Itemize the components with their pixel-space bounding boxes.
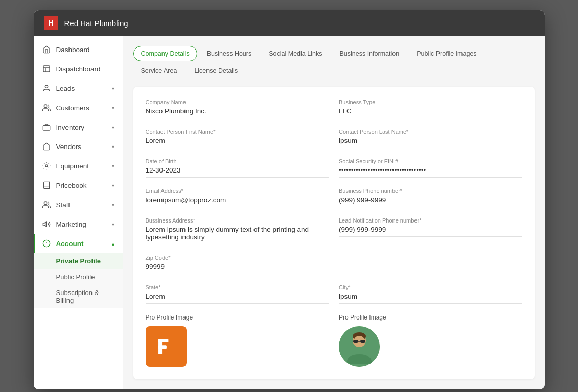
state-label: State* xyxy=(146,284,329,290)
sidebar-item-inventory[interactable]: Inventory ▾ xyxy=(34,117,123,137)
account-icon xyxy=(42,239,51,248)
sidebar-label-marketing: Marketing xyxy=(56,220,86,228)
state-value: Lorem xyxy=(146,292,329,304)
profile-image-person xyxy=(339,326,380,367)
staff-chevron: ▾ xyxy=(112,202,114,208)
active-indicator xyxy=(34,234,35,253)
sidebar-item-dispatchboard[interactable]: Dispatchboard xyxy=(34,59,123,79)
equipment-icon xyxy=(42,161,51,170)
tab-business-hours[interactable]: Business Hours xyxy=(199,46,260,61)
sidebar-item-equipment[interactable]: Equipment ▾ xyxy=(34,156,123,176)
company-name-label: Company Name xyxy=(146,99,329,105)
sidebar: Dashboard Dispatchboard Leads xyxy=(34,36,123,389)
tab-navigation: Company Details Business Hours Social Me… xyxy=(133,46,535,79)
business-address-label: Bussiness Address* xyxy=(146,217,329,224)
sidebar-subitem-subscription-billing[interactable]: Subscription & Billing xyxy=(34,285,123,308)
dispatch-icon xyxy=(42,64,51,74)
form-row-2: Contact Person First Name* Lorem Contact… xyxy=(146,129,522,148)
business-type-label: Business Type xyxy=(339,99,522,105)
sidebar-item-pricebook[interactable]: Pricebook ▾ xyxy=(34,176,123,195)
ssn-value: •••••••••••••••••••••••••••••••••••• xyxy=(339,166,522,178)
customers-chevron: ▾ xyxy=(112,105,114,111)
vendors-icon xyxy=(42,142,51,151)
svg-rect-5 xyxy=(43,126,50,130)
profile-images-section: Pro Profile Image xyxy=(146,314,522,367)
sidebar-item-customers[interactable]: Customers ▾ xyxy=(34,98,123,117)
dob-value: 12-30-2023 xyxy=(146,166,329,178)
sidebar-label-inventory: Inventory xyxy=(56,124,85,131)
form-row-4: Email Address* loremipsum@topproz.com Bu… xyxy=(146,188,522,207)
topbar: H Red Hat Plumbling xyxy=(34,10,545,36)
person-avatar-icon xyxy=(339,326,380,367)
svg-point-7 xyxy=(44,202,47,204)
business-type-value: LLC xyxy=(339,107,522,118)
sidebar-item-dashboard[interactable]: Dashboard xyxy=(34,40,123,59)
lead-phone-value: (999) 999-9999 xyxy=(339,226,522,237)
profile-image-label-1: Pro Profile Image xyxy=(146,314,329,321)
svg-rect-18 xyxy=(360,340,365,343)
sidebar-subitem-private-profile[interactable]: Private Profile xyxy=(34,253,123,269)
main-layout: Dashboard Dispatchboard Leads xyxy=(34,36,545,389)
form-row-6: Zip Code* 99999 xyxy=(146,255,327,274)
profile-image-orange xyxy=(146,326,187,367)
marketing-chevron: ▾ xyxy=(112,222,114,227)
tab-service-area[interactable]: Service Area xyxy=(133,63,185,79)
field-zip: Zip Code* 99999 xyxy=(146,255,327,274)
svg-rect-0 xyxy=(43,66,50,72)
sidebar-item-staff[interactable]: Staff ▾ xyxy=(34,195,123,214)
tab-license-details[interactable]: License Details xyxy=(187,63,245,79)
field-business-address: Bussiness Address* Lorem Ipsum is simply… xyxy=(146,217,329,244)
form-row-5: Bussiness Address* Lorem Ipsum is simply… xyxy=(146,217,522,244)
svg-marker-8 xyxy=(43,222,46,226)
lead-phone-label: Lead Notification Phone number* xyxy=(339,217,522,224)
inventory-chevron: ▾ xyxy=(112,125,114,130)
field-contact-last: Contact Person Last Name* ipsum xyxy=(339,129,522,148)
form-row-3: Date of Birth 12-30-2023 Social Security… xyxy=(146,158,522,178)
field-dob: Date of Birth 12-30-2023 xyxy=(146,158,329,178)
svg-point-4 xyxy=(44,105,47,107)
profile-image-right: Pro Profile Image xyxy=(339,314,522,367)
business-phone-label: Business Phone number* xyxy=(339,188,522,194)
sidebar-item-marketing[interactable]: Marketing ▾ xyxy=(34,214,123,234)
pricebook-chevron: ▾ xyxy=(112,183,114,188)
topproz-logo-icon xyxy=(155,335,177,358)
sidebar-label-vendors: Vendors xyxy=(56,143,82,151)
tab-company-details[interactable]: Company Details xyxy=(133,46,197,61)
customers-icon xyxy=(42,103,51,112)
field-business-phone: Business Phone number* (999) 999-9999 xyxy=(339,188,522,207)
field-business-type: Business Type LLC xyxy=(339,99,522,118)
field-lead-phone: Lead Notification Phone number* (999) 99… xyxy=(339,217,522,244)
ssn-label: Social Security or EIN # xyxy=(339,158,522,164)
profile-image-left: Pro Profile Image xyxy=(146,314,329,367)
inventory-icon xyxy=(42,122,51,132)
equipment-chevron: ▾ xyxy=(112,163,114,169)
field-email: Email Address* loremipsum@topproz.com xyxy=(146,188,329,207)
email-label: Email Address* xyxy=(146,188,329,194)
tab-business-information[interactable]: Business Information xyxy=(332,46,407,61)
profile-image-label-2: Pro Profile Image xyxy=(339,314,522,321)
sidebar-label-leads: Leads xyxy=(56,85,75,92)
city-label: City* xyxy=(339,284,522,290)
field-city: City* ipsum xyxy=(339,284,522,304)
svg-point-3 xyxy=(45,85,48,88)
zip-value: 99999 xyxy=(146,263,327,274)
sidebar-item-leads[interactable]: Leads ▾ xyxy=(34,79,123,98)
sidebar-item-account[interactable]: Account ▴ xyxy=(34,234,123,253)
tab-public-profile-images[interactable]: Public Profile Images xyxy=(409,46,484,61)
contact-last-label: Contact Person Last Name* xyxy=(339,129,522,135)
tab-social-media-links[interactable]: Social Media Links xyxy=(261,46,330,61)
svg-rect-12 xyxy=(158,345,167,349)
contact-first-value: Lorem xyxy=(146,137,329,148)
svg-rect-17 xyxy=(353,340,358,343)
sidebar-item-vendors[interactable]: Vendors ▾ xyxy=(34,137,123,156)
sidebar-label-customers: Customers xyxy=(56,104,89,112)
zip-label: Zip Code* xyxy=(146,255,327,261)
sidebar-label-staff: Staff xyxy=(56,201,71,209)
field-company-name: Company Name Nixco Plumbing Inc. xyxy=(146,99,329,118)
account-chevron: ▴ xyxy=(112,241,114,247)
sidebar-label-pricebook: Pricebook xyxy=(56,182,87,189)
sidebar-subitem-public-profile[interactable]: Public Profile xyxy=(34,269,123,285)
form-row-1: Company Name Nixco Plumbing Inc. Busines… xyxy=(146,99,522,118)
sidebar-label-account: Account xyxy=(56,240,84,248)
marketing-icon xyxy=(42,219,51,229)
